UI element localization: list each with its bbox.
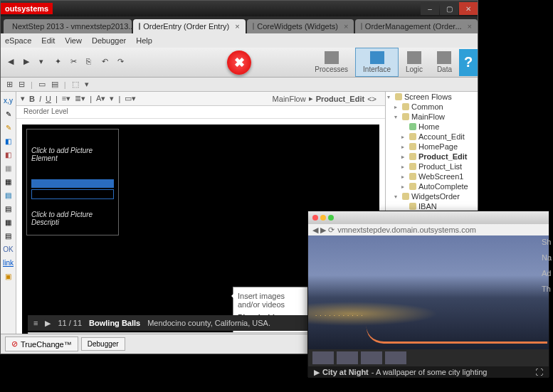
tree-item[interactable]: IBAN	[386, 201, 478, 211]
thumbnail[interactable]	[385, 351, 406, 364]
color-button[interactable]: A▾	[96, 94, 105, 103]
tool-icon[interactable]: ⊟	[19, 80, 25, 89]
document-tab[interactable]: OrderManagement (Order...×	[355, 19, 478, 33]
expand-icon[interactable]: ▸	[401, 134, 407, 140]
menu-icon[interactable]: ≡	[33, 319, 38, 327]
expand-icon[interactable]: ▸	[394, 104, 400, 110]
expand-icon[interactable]: ▾	[394, 194, 400, 200]
tool-icon[interactable]: ▤	[51, 80, 58, 89]
menu-item[interactable]: Debugger	[92, 36, 126, 45]
mode-tab-interface[interactable]: Interface	[355, 48, 399, 77]
menu-item[interactable]: Edit	[41, 36, 55, 45]
layout-button[interactable]: ▭▾	[125, 94, 136, 103]
expand-icon[interactable]: ▸	[401, 184, 407, 190]
document-tab[interactable]: OrderEntry (Order Entry)×	[133, 19, 246, 33]
breadcrumb-item[interactable]: Product_Edit	[316, 95, 364, 103]
back-button[interactable]: ◀	[8, 57, 19, 68]
picture-element-widget[interactable]: Click to add Picture Element Click to ad…	[26, 129, 119, 235]
thumbnail[interactable]	[361, 351, 382, 364]
close-icon[interactable]: ×	[468, 22, 472, 31]
link-icon[interactable]: link	[3, 257, 14, 268]
help-button[interactable]: ?	[459, 49, 478, 76]
thumbnail[interactable]	[312, 351, 334, 364]
tool-icon[interactable]: ▭	[38, 80, 46, 89]
palette-icon[interactable]: ▦	[3, 162, 14, 174]
slideshow-image[interactable]	[308, 235, 549, 349]
menu-item[interactable]: Help	[136, 36, 152, 45]
dropdown-button[interactable]: ▾	[39, 57, 51, 68]
fullscreen-icon[interactable]: ⛶	[535, 368, 543, 376]
palette-icon[interactable]: ▤	[3, 203, 14, 214]
url-bar[interactable]: ◀ ▶ ⟳ vmnextstepdev.domain.outsystems.co…	[308, 224, 549, 235]
expand-icon[interactable]: ▸	[401, 164, 407, 170]
expand-icon[interactable]: ▸	[401, 144, 407, 150]
document-tab[interactable]: CoreWidgets (Widgets)×	[247, 19, 354, 33]
palette-icon[interactable]: ▣	[3, 270, 14, 282]
tool-dropdown[interactable]: ▾	[85, 80, 89, 89]
palette-icon[interactable]: ◧	[3, 135, 14, 147]
italic-button[interactable]: I	[39, 95, 41, 103]
breadcrumb-item[interactable]: MainFlow	[273, 95, 306, 103]
expand-icon[interactable]: ▾	[394, 114, 400, 120]
tree-item[interactable]: ▾WidgetsOrder	[386, 191, 478, 201]
menu-item[interactable]: View	[65, 36, 82, 45]
maximize-button[interactable]: ▢	[440, 2, 458, 15]
redo-button[interactable]: ↷	[117, 57, 129, 68]
palette-icon[interactable]: x,y	[3, 95, 14, 106]
mode-tab-data[interactable]: Data	[430, 48, 459, 76]
tree-item[interactable]: ▸Product_List	[386, 161, 478, 171]
tool-icon[interactable]: ⬚	[72, 80, 79, 89]
minimize-icon[interactable]	[320, 215, 326, 221]
expand-icon[interactable]: ▾	[387, 94, 393, 100]
palette-icon[interactable]: ▦	[3, 216, 14, 228]
expand-icon[interactable]: ▸	[401, 174, 407, 180]
document-tab[interactable]: NextStep 2013 - vmnextstep2013...×	[4, 19, 132, 33]
palette-icon[interactable]: ◧	[3, 149, 14, 160]
close-icon[interactable]	[312, 215, 318, 221]
play-icon[interactable]: ▶	[314, 368, 320, 377]
picture-title-bar[interactable]	[31, 179, 114, 188]
picture-input[interactable]	[31, 189, 114, 199]
underline-button[interactable]: U	[46, 95, 51, 103]
palette-icon[interactable]: ▦	[3, 176, 14, 187]
truechange-tab[interactable]: ⊘TrueChange™	[5, 337, 78, 351]
tool-icon[interactable]: ⊞	[6, 80, 13, 89]
tree-item[interactable]: ▸HomePage	[386, 142, 478, 152]
tree-item[interactable]: ▸Product_Edit	[386, 152, 478, 161]
expand-icon[interactable]: ▸	[401, 154, 407, 160]
tool-button[interactable]: ✦	[55, 57, 66, 68]
mode-tab-processes[interactable]: Processes	[307, 48, 355, 76]
play-icon[interactable]: ▶	[45, 319, 51, 328]
font-dropdown[interactable]: ▾	[21, 94, 25, 103]
close-icon[interactable]: ×	[235, 22, 239, 31]
tree-item[interactable]: ▸WebScreen1	[386, 171, 478, 181]
close-button[interactable]: ✕	[459, 2, 478, 15]
tool-button-2[interactable]: ✂	[70, 57, 82, 68]
palette-icon[interactable]: ▤	[3, 189, 14, 201]
close-icon[interactable]: ×	[344, 22, 348, 31]
tree-item[interactable]: Home	[386, 122, 478, 132]
forward-button[interactable]: ▶	[23, 57, 35, 68]
tree-item[interactable]: ▾Screen Flows	[386, 92, 478, 102]
menu-item[interactable]: eSpace	[5, 36, 31, 45]
tool-button-3[interactable]: ⎘	[86, 57, 98, 68]
tree-item[interactable]: ▸Common	[386, 102, 478, 112]
undo-button[interactable]: ↶	[102, 57, 113, 68]
palette-icon[interactable]: ✎	[3, 122, 14, 133]
tree-item[interactable]: ▾MainFlow	[386, 112, 478, 122]
style-button[interactable]: ▾	[110, 94, 114, 103]
mode-tab-logic[interactable]: Logic	[399, 48, 430, 76]
minimize-button[interactable]: –	[421, 2, 439, 15]
tree-item[interactable]: ▸Account_Edit	[386, 132, 478, 142]
thumbnail[interactable]	[337, 351, 358, 364]
palette-icon[interactable]: ✎	[3, 108, 14, 120]
stop-button[interactable]: ✖	[227, 51, 251, 75]
debugger-tab[interactable]: Debugger	[81, 337, 125, 351]
list-button[interactable]: ≣▾	[75, 94, 85, 103]
palette-icon[interactable]: OK	[3, 243, 14, 255]
bold-button[interactable]: B	[29, 95, 35, 103]
align-button[interactable]: ≡▾	[62, 94, 70, 103]
maximize-icon[interactable]	[328, 215, 334, 221]
tree-item[interactable]: ▸AutoComplete	[386, 181, 478, 191]
palette-icon[interactable]: ▤	[3, 230, 14, 241]
